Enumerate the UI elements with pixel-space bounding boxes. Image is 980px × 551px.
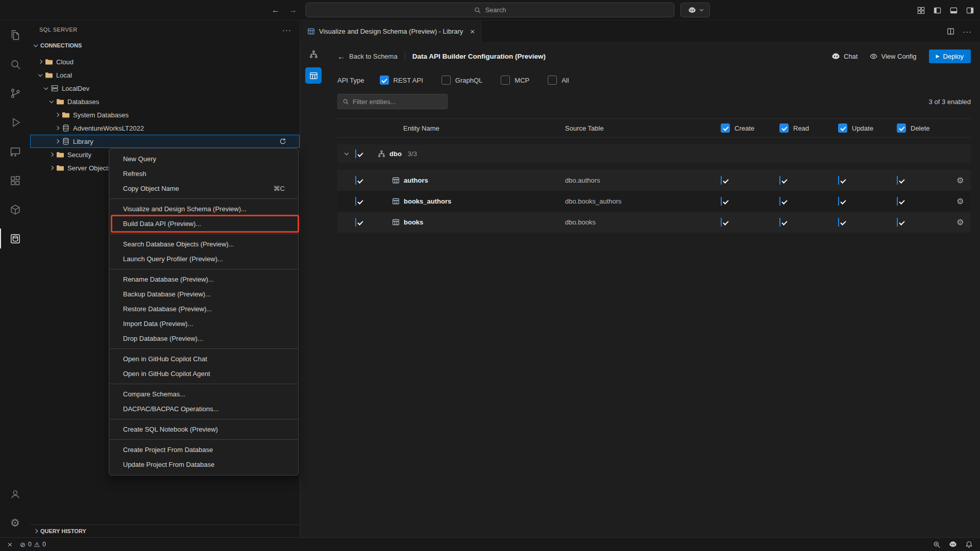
read-checkbox[interactable] <box>779 176 780 185</box>
explorer-icon[interactable] <box>0 20 30 49</box>
tree-item[interactable]: LocalDev <box>30 82 300 95</box>
api-type-checkbox[interactable] <box>380 76 389 85</box>
group-checkbox[interactable] <box>355 149 356 158</box>
remote-explorer-icon[interactable] <box>0 137 30 166</box>
editor-more-actions-icon[interactable]: ··· <box>963 27 972 36</box>
tree-chevron-icon[interactable] <box>50 98 54 103</box>
forward-arrow-icon[interactable]: → <box>289 6 297 15</box>
copilot-status-icon[interactable] <box>949 540 957 548</box>
group-collapse-icon[interactable] <box>344 151 348 155</box>
connections-section-header[interactable]: CONNECTIONS <box>30 39 300 52</box>
tab-visualize-design-schema[interactable]: Visualize and Design Schema (Preview) - … <box>301 20 481 42</box>
tree-chevron-icon[interactable] <box>55 139 59 143</box>
tree-item[interactable]: AdventureWorksLT2022 <box>30 121 300 135</box>
context-menu-item[interactable]: Launch Query Profiler (Preview)... <box>109 252 298 266</box>
context-menu-item[interactable]: Drop Database (Preview)... <box>109 331 298 346</box>
entity-checkbox[interactable] <box>355 218 356 227</box>
entity-checkbox[interactable] <box>355 176 356 185</box>
tree-chevron-icon[interactable] <box>50 166 54 170</box>
read-checkbox[interactable] <box>779 197 780 206</box>
update-checkbox[interactable] <box>838 197 839 206</box>
tree-chevron-icon[interactable] <box>38 60 42 64</box>
context-menu-item[interactable]: Open in GitHub Copilot Agent <box>109 366 298 381</box>
read-checkbox[interactable] <box>779 218 780 227</box>
update-checkbox[interactable] <box>838 218 839 227</box>
search-view-icon[interactable] <box>0 49 30 79</box>
schema-diagram-view-icon[interactable] <box>305 46 322 62</box>
close-icon[interactable]: × <box>470 27 475 36</box>
tree-item[interactable]: Databases <box>30 95 300 108</box>
sidebar-more-actions-icon[interactable]: ··· <box>282 26 291 34</box>
search-box[interactable]: Search <box>306 3 675 17</box>
data-api-builder-view-icon[interactable] <box>305 67 322 84</box>
copilot-menu-button[interactable] <box>680 3 710 17</box>
run-and-debug-icon[interactable] <box>0 108 30 137</box>
context-menu-item[interactable]: New Query <box>109 152 298 166</box>
delete-checkbox[interactable] <box>897 197 898 206</box>
toggle-panel-icon[interactable] <box>950 7 958 14</box>
create-checkbox[interactable] <box>721 197 722 206</box>
delete-checkbox[interactable] <box>897 176 898 185</box>
remote-indicator-icon[interactable] <box>7 543 13 546</box>
entity-settings-gear-icon[interactable]: ⚙ <box>957 176 964 185</box>
back-to-schema-button[interactable]: ← Back to Schema <box>337 52 398 61</box>
source-control-icon[interactable] <box>0 79 30 108</box>
tree-item[interactable]: Cloud <box>30 55 300 68</box>
toggle-sidebar-right-icon[interactable] <box>966 7 974 14</box>
create-checkbox[interactable] <box>721 218 722 227</box>
customize-layout-icon[interactable] <box>917 7 925 14</box>
context-menu-item[interactable]: Compare Schemas... <box>109 387 298 402</box>
zoom-icon[interactable] <box>933 541 941 548</box>
sql-server-view-icon[interactable] <box>0 224 30 253</box>
tree-chevron-icon[interactable] <box>55 113 59 117</box>
context-menu-item[interactable]: Import Data (Preview)... <box>109 316 298 331</box>
delete-checkbox[interactable] <box>897 218 898 227</box>
tree-item[interactable]: Local <box>30 68 300 82</box>
entity-checkbox[interactable] <box>355 197 356 206</box>
tree-item[interactable]: System Databases <box>30 108 300 121</box>
context-menu-item[interactable]: Build Data API (Preview)... <box>109 216 298 231</box>
entity-settings-gear-icon[interactable]: ⚙ <box>957 217 964 227</box>
chat-button[interactable]: Chat <box>831 52 857 61</box>
refresh-icon[interactable] <box>279 138 286 145</box>
notifications-bell-icon[interactable] <box>965 541 973 548</box>
context-menu-item[interactable]: Open in GitHub Copilot Chat <box>109 352 298 366</box>
database-projects-icon[interactable] <box>0 195 30 224</box>
extensions-icon[interactable] <box>0 166 30 195</box>
tree-chevron-icon[interactable] <box>50 153 54 157</box>
problems-status[interactable]: ⊘ 0 ⚠ 0 <box>20 541 46 548</box>
toggle-sidebar-left-icon[interactable] <box>934 7 941 14</box>
create-checkbox[interactable] <box>721 176 722 185</box>
context-menu-item[interactable]: Visualize and Design Schema (Preview)... <box>109 202 298 216</box>
context-menu-item[interactable]: Restore Database (Preview)... <box>109 302 298 316</box>
tree-chevron-icon[interactable] <box>44 85 48 89</box>
context-menu-item[interactable]: Backup Database (Preview)... <box>109 287 298 302</box>
context-menu-item[interactable]: Update Project From Database <box>109 457 298 472</box>
api-type-checkbox[interactable] <box>548 76 557 85</box>
api-type-checkbox[interactable] <box>501 76 510 85</box>
query-history-section-header[interactable]: QUERY HISTORY <box>30 524 300 537</box>
create-all-checkbox[interactable] <box>721 123 730 133</box>
accounts-icon[interactable] <box>0 479 30 508</box>
filter-entities-input[interactable] <box>353 98 443 106</box>
settings-gear-icon[interactable]: ⚙ <box>0 508 30 537</box>
context-menu-item[interactable]: Search Database Objects (Preview)... <box>109 237 298 252</box>
update-checkbox[interactable] <box>838 176 839 185</box>
read-all-checkbox[interactable] <box>779 123 789 133</box>
entity-settings-gear-icon[interactable]: ⚙ <box>957 196 964 206</box>
context-menu-item[interactable]: Copy Object Name ⌘C <box>109 181 298 196</box>
update-all-checkbox[interactable] <box>838 123 847 133</box>
deploy-button[interactable]: ▶ Deploy <box>929 49 971 63</box>
tree-chevron-icon[interactable] <box>38 72 42 76</box>
context-menu-item[interactable]: Create Project From Database <box>109 442 298 457</box>
context-menu-item[interactable]: Rename Database (Preview)... <box>109 272 298 287</box>
tree-chevron-icon[interactable] <box>55 126 59 130</box>
context-menu-item[interactable]: DACPAC/BACPAC Operations... <box>109 402 298 416</box>
delete-all-checkbox[interactable] <box>897 123 906 133</box>
split-editor-icon[interactable] <box>947 28 954 35</box>
back-arrow-icon[interactable]: ← <box>272 6 280 15</box>
tree-item[interactable]: Library <box>30 135 300 148</box>
view-config-button[interactable]: View Config <box>870 53 916 60</box>
api-type-checkbox[interactable] <box>442 76 451 85</box>
context-menu-item[interactable]: Refresh <box>109 166 298 181</box>
